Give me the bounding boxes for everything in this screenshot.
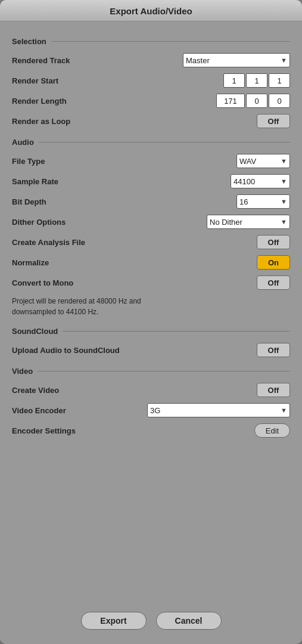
video-encoder-dropdown[interactable]: 3G ▼ [147, 403, 290, 417]
soundcloud-section-label: SoundCloud [12, 327, 58, 336]
video-divider [38, 371, 290, 371]
convert-to-mono-row: Convert to Mono Off [12, 275, 290, 290]
selection-section-label: Selection [12, 37, 46, 46]
render-length-label: Render Length [12, 97, 67, 106]
create-analysis-row: Create Analysis File Off [12, 235, 290, 249]
sample-rate-arrow-icon: ▼ [281, 178, 287, 185]
dither-options-row: Dither Options No Dither ▼ [12, 215, 290, 229]
soundcloud-section-header: SoundCloud [12, 327, 290, 336]
soundcloud-divider [63, 331, 290, 332]
render-start-label: Render Start [12, 76, 58, 85]
encoder-settings-label: Encoder Settings [12, 426, 76, 435]
rendered-track-arrow-icon: ▼ [281, 57, 287, 64]
cancel-button[interactable]: Cancel [156, 612, 222, 630]
dither-options-label: Dither Options [12, 218, 66, 227]
sample-rate-dropdown[interactable]: 44100 ▼ [231, 174, 290, 188]
content-area: Selection Rendered Track Master ▼ Render… [0, 21, 302, 602]
video-section-label: Video [12, 367, 33, 376]
audio-section-label: Audio [12, 138, 34, 147]
export-button[interactable]: Export [81, 612, 147, 630]
render-as-loop-row: Render as Loop Off [12, 114, 290, 128]
bit-depth-row: Bit Depth 16 ▼ [12, 194, 290, 209]
title-bar: Export Audio/Video [0, 0, 302, 21]
normalize-row: Normalize On [12, 255, 290, 270]
render-length-bar[interactable]: 171 [216, 94, 245, 108]
sample-rate-label: Sample Rate [12, 177, 58, 186]
file-type-row: File Type WAV ▼ [12, 154, 290, 168]
normalize-toggle[interactable]: On [257, 255, 290, 270]
audio-section-header: Audio [12, 138, 290, 147]
render-length-controls: 171 0 0 [216, 94, 290, 108]
render-start-beat[interactable]: 1 [246, 73, 267, 88]
render-length-tick[interactable]: 0 [269, 94, 290, 108]
video-encoder-row: Video Encoder 3G ▼ [12, 403, 290, 417]
audio-divider [39, 142, 290, 143]
upload-audio-toggle[interactable]: Off [257, 343, 290, 357]
file-type-dropdown[interactable]: WAV ▼ [236, 154, 290, 168]
create-analysis-label: Create Analysis File [12, 238, 85, 247]
file-type-label: File Type [12, 157, 45, 166]
rendered-track-value: Master [186, 56, 210, 65]
render-start-row: Render Start 1 1 1 [12, 73, 290, 88]
rendered-track-row: Rendered Track Master ▼ [12, 53, 290, 67]
bottom-bar: Export Cancel [0, 602, 302, 644]
selection-divider [51, 41, 290, 42]
file-type-value: WAV [239, 157, 256, 166]
bit-depth-label: Bit Depth [12, 197, 46, 206]
create-analysis-toggle[interactable]: Off [257, 235, 290, 249]
bit-depth-arrow-icon: ▼ [281, 198, 287, 205]
create-video-toggle[interactable]: Off [257, 383, 290, 397]
dither-options-dropdown[interactable]: No Dither ▼ [207, 215, 290, 229]
normalize-label: Normalize [12, 258, 49, 267]
audio-info-text: Project will be rendered at 48000 Hz and… [12, 296, 290, 317]
render-start-tick[interactable]: 1 [269, 73, 290, 88]
upload-audio-row: Upload Audio to SoundCloud Off [12, 343, 290, 357]
upload-audio-label: Upload Audio to SoundCloud [12, 346, 120, 355]
dither-options-value: No Dither [210, 218, 242, 227]
video-encoder-arrow-icon: ▼ [281, 407, 287, 414]
export-dialog: Export Audio/Video Selection Rendered Tr… [0, 0, 302, 644]
selection-section-header: Selection [12, 37, 290, 46]
video-encoder-value: 3G [150, 406, 160, 415]
render-as-loop-toggle[interactable]: Off [257, 114, 290, 128]
convert-to-mono-toggle[interactable]: Off [257, 275, 290, 290]
render-start-bar[interactable]: 1 [223, 73, 245, 88]
bit-depth-dropdown[interactable]: 16 ▼ [236, 194, 290, 209]
render-start-controls: 1 1 1 [223, 73, 290, 88]
bit-depth-value: 16 [239, 197, 248, 206]
file-type-arrow-icon: ▼ [281, 157, 287, 165]
video-encoder-label: Video Encoder [12, 406, 66, 415]
render-length-row: Render Length 171 0 0 [12, 94, 290, 108]
rendered-track-dropdown[interactable]: Master ▼ [183, 53, 290, 67]
create-video-row: Create Video Off [12, 383, 290, 397]
dialog-title: Export Audio/Video [110, 6, 192, 16]
rendered-track-label: Rendered Track [12, 56, 70, 65]
sample-rate-row: Sample Rate 44100 ▼ [12, 174, 290, 188]
encoder-settings-row: Encoder Settings Edit [12, 423, 290, 438]
sample-rate-value: 44100 [233, 177, 255, 186]
encoder-settings-edit-button[interactable]: Edit [254, 423, 290, 438]
video-section-header: Video [12, 367, 290, 376]
dither-options-arrow-icon: ▼ [281, 218, 287, 225]
convert-to-mono-label: Convert to Mono [12, 278, 73, 287]
render-as-loop-label: Render as Loop [12, 117, 70, 126]
render-length-beat[interactable]: 0 [246, 94, 267, 108]
create-video-label: Create Video [12, 386, 59, 395]
